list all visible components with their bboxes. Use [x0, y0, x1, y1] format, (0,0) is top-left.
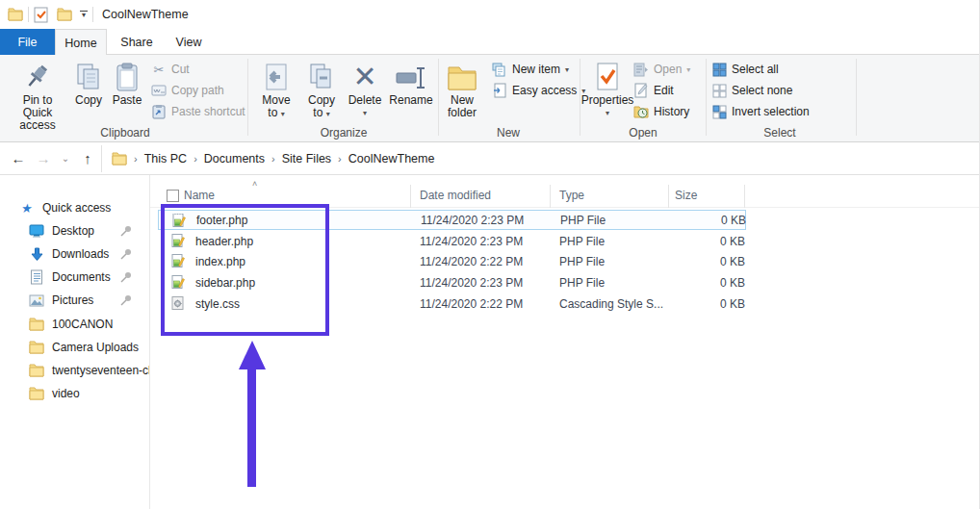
pin-to-quick-access-button[interactable]: Pin to Quick access — [8, 57, 67, 132]
file-type: PHP File — [559, 276, 605, 290]
sidebar-item-label: Desktop — [52, 224, 94, 238]
dropdown-arrow-icon: ▾ — [281, 110, 285, 118]
file-name: sidebar.php — [195, 276, 255, 290]
file-row-header-php[interactable]: header.php 11/24/2020 2:23 PM PHP File 0… — [158, 231, 746, 251]
sidebar-item-video[interactable]: video — [0, 382, 150, 405]
up-button[interactable]: ↑ — [75, 150, 100, 166]
select-all-button[interactable]: Select all — [711, 60, 779, 79]
breadcrumb[interactable]: › This PC › Documents › Site Files › Coo… — [101, 145, 975, 172]
paste-icon — [116, 57, 139, 91]
sidebar-item-label: 100CANON — [52, 318, 113, 331]
address-bar: ← → ⌄ ↑ › This PC › Documents › Site Fil… — [0, 142, 979, 175]
properties-button[interactable]: Properties ▾ — [584, 57, 631, 119]
edit-button[interactable]: Edit — [633, 81, 674, 100]
column-divider[interactable] — [668, 185, 669, 208]
tab-view[interactable]: View — [166, 29, 212, 55]
sidebar-item-100canon[interactable]: 100CANON — [0, 313, 150, 336]
button-label: Rename — [389, 94, 432, 107]
open-button[interactable]: Open ▾ — [633, 60, 690, 79]
column-header-type[interactable]: Type — [559, 189, 584, 202]
recent-locations-dropdown-icon[interactable]: ⌄ — [56, 153, 75, 164]
tab-file[interactable]: File — [0, 29, 55, 55]
button-label: New item — [512, 63, 560, 76]
sidebar-item-pictures[interactable]: Pictures — [0, 289, 150, 312]
file-list-pane: Name ˄ Date modified Type Size footer.ph… — [150, 175, 979, 509]
file-row-footer-php[interactable]: footer.php 11/24/2020 2:23 PM PHP File 0… — [158, 210, 746, 230]
select-none-button[interactable]: Select none — [711, 81, 792, 100]
edit-icon — [633, 83, 649, 98]
tab-share[interactable]: Share — [114, 29, 160, 55]
new-item-button[interactable]: New item ▾ — [492, 60, 569, 79]
column-divider[interactable] — [744, 185, 745, 208]
invert-selection-button[interactable]: Invert selection — [711, 102, 810, 121]
rename-button[interactable]: Rename — [387, 57, 435, 107]
group-divider — [706, 59, 707, 136]
tab-home[interactable]: Home — [55, 29, 107, 56]
paste-button[interactable]: Paste — [108, 57, 146, 107]
properties-quick-icon[interactable] — [34, 7, 48, 23]
folder-icon — [112, 152, 127, 165]
file-type: PHP File — [559, 235, 605, 248]
file-row-index-php[interactable]: index.php 11/24/2020 2:22 PM PHP File 0 … — [158, 251, 746, 271]
button-label: Select all — [732, 63, 779, 76]
file-row-sidebar-php[interactable]: sidebar.php 11/24/2020 2:23 PM PHP File … — [158, 272, 746, 293]
sidebar-item-documents[interactable]: Documents — [0, 266, 150, 289]
copy-path-button[interactable]: Copy path — [151, 81, 224, 100]
breadcrumb-chevron-icon: › — [193, 153, 197, 165]
desktop-icon — [29, 223, 44, 239]
dropdown-arrow-icon: ▾ — [606, 107, 609, 119]
button-label: to ▾ — [268, 107, 284, 120]
group-label-select: Select — [708, 126, 852, 140]
breadcrumb-documents[interactable]: Documents — [204, 152, 265, 165]
new-folder-quick-icon[interactable] — [57, 8, 72, 21]
column-divider[interactable] — [550, 185, 551, 208]
file-date: 11/24/2020 2:23 PM — [420, 235, 523, 248]
file-name: header.php — [195, 235, 253, 248]
column-header-date-modified[interactable]: Date modified — [420, 189, 491, 202]
pin-icon — [119, 224, 133, 238]
breadcrumb-site-files[interactable]: Site Files — [282, 152, 331, 165]
title-bar: ▾ CoolNewTheme — [0, 0, 979, 29]
file-size: 0 KB — [658, 297, 745, 311]
breadcrumb-coolnewtheme[interactable]: CoolNewTheme — [348, 152, 435, 165]
button-label: folder — [448, 107, 477, 119]
group-label-clipboard: Clipboard — [8, 126, 243, 140]
sidebar-item-label: Downloads — [52, 247, 109, 261]
sidebar-item-label: Quick access — [42, 201, 111, 215]
cut-button[interactable]: ✂ Cut — [151, 60, 190, 79]
downloads-icon — [29, 246, 44, 262]
dropdown-arrow-icon: ▾ — [686, 65, 690, 74]
button-label: Copy — [75, 94, 102, 107]
move-to-button[interactable]: Move to ▾ — [254, 57, 298, 120]
button-label: Cut — [171, 63, 190, 76]
sidebar-item-downloads[interactable]: Downloads — [0, 242, 150, 266]
group-label-organize: Organize — [252, 126, 435, 140]
paste-shortcut-button[interactable]: Paste shortcut — [151, 102, 245, 121]
back-button[interactable]: ← — [6, 150, 31, 166]
sidebar-item-desktop[interactable]: Desktop — [0, 219, 150, 242]
forward-button[interactable]: → — [31, 150, 56, 166]
history-button[interactable]: History — [633, 102, 689, 121]
sidebar-item-twentyseventeen[interactable]: twentyseventeen-ch — [0, 359, 150, 382]
breadcrumb-this-pc[interactable]: This PC — [144, 152, 187, 165]
folder-icon[interactable] — [8, 8, 23, 21]
copy-button[interactable]: Copy — [69, 57, 108, 107]
button-label: Select none — [732, 84, 792, 97]
select-all-checkbox[interactable] — [167, 190, 179, 202]
column-divider[interactable] — [410, 185, 411, 208]
column-header-name[interactable]: Name — [184, 189, 215, 202]
copy-to-button[interactable]: Copy to ▾ — [300, 57, 343, 120]
sidebar-item-quick-access[interactable]: ★ Quick access — [0, 196, 150, 219]
php-file-icon — [170, 253, 186, 268]
customize-toolbar-dropdown-icon[interactable]: ▾ — [80, 11, 88, 18]
select-all-icon — [711, 62, 727, 77]
easy-access-button[interactable]: Easy access ▾ — [492, 81, 585, 100]
file-row-style-css[interactable]: style.css 11/24/2020 2:22 PM Cascading S… — [158, 293, 746, 314]
pin-icon — [119, 247, 133, 261]
button-label: Open — [654, 63, 682, 76]
open-icon — [633, 62, 649, 77]
delete-button[interactable]: ✕ Delete ▾ — [345, 57, 385, 119]
new-folder-button[interactable]: New folder — [441, 57, 483, 119]
column-header-size[interactable]: Size — [675, 189, 697, 202]
sidebar-item-camera-uploads[interactable]: Camera Uploads — [0, 336, 150, 359]
